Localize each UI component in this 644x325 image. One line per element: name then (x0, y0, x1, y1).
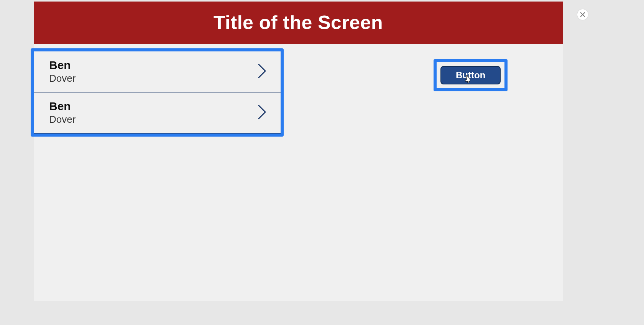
list-item[interactable]: Ben Dover (34, 51, 281, 92)
chevron-right-icon (257, 104, 268, 122)
list-item-secondary: Dover (49, 113, 76, 126)
list-item-text: Ben Dover (49, 99, 76, 126)
list-item-primary: Ben (49, 58, 76, 72)
screen-header: Title of the Screen (34, 2, 563, 44)
button-highlight-frame: Button (434, 59, 508, 91)
close-button[interactable] (577, 9, 588, 20)
list-item-text: Ben Dover (49, 58, 76, 85)
primary-button-label: Button (456, 70, 485, 80)
list-item-primary: Ben (49, 99, 76, 113)
close-icon (580, 12, 585, 17)
primary-button[interactable]: Button (440, 66, 501, 84)
screen-content: Ben Dover Ben Dover Button (34, 44, 563, 301)
list-highlight-frame: Ben Dover Ben Dover (31, 48, 284, 137)
screen-container: Title of the Screen Ben Dover Ben Dover (34, 2, 563, 301)
list-item-secondary: Dover (49, 72, 76, 85)
screen-title: Title of the Screen (214, 12, 383, 34)
chevron-right-icon (257, 63, 268, 81)
list-item[interactable]: Ben Dover (34, 92, 281, 134)
